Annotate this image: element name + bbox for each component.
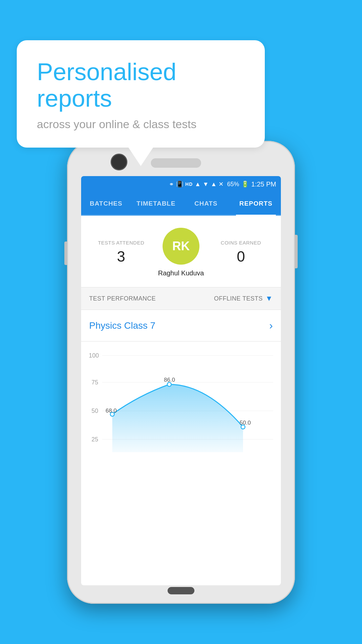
tab-chats[interactable]: CHATS xyxy=(181,192,231,215)
coins-earned-block: COINS EARNED 0 xyxy=(211,240,271,265)
phone-screen: ⚭ 📳 HD ▲ ▼ ▲ ✕ 65% 🔋 1:25 PM BATCHES xyxy=(81,176,281,585)
avatar-initials: RK xyxy=(172,239,190,253)
bubble-title: Personalised reports xyxy=(37,59,245,112)
coins-earned-label: COINS EARNED xyxy=(211,240,271,246)
coins-earned-value: 0 xyxy=(211,248,271,265)
tab-reports[interactable]: REPORTS xyxy=(231,192,281,215)
filter-label: OFFLINE TESTS xyxy=(214,295,263,302)
chart-fill-area xyxy=(112,384,243,452)
filter-dropdown[interactable]: OFFLINE TESTS ▼ xyxy=(214,294,273,303)
status-icons: ⚭ 📳 HD ▲ ▼ ▲ ✕ 65% 🔋 xyxy=(169,180,249,188)
class-name: Physics Class 7 xyxy=(89,320,156,331)
class-row[interactable]: Physics Class 7 › xyxy=(81,310,281,341)
signal-icon: ▲ xyxy=(195,181,201,188)
speech-bubble: Personalised reports across your online … xyxy=(17,40,265,148)
hd-indicator: HD xyxy=(185,181,193,187)
data-label-3: 50.0 xyxy=(240,420,251,426)
wifi-icon: ▼ xyxy=(203,181,209,188)
test-performance-label: TEST PERFORMANCE xyxy=(89,295,156,302)
tab-timetable[interactable]: TIMETABLE xyxy=(131,192,181,215)
phone-side-btn-right xyxy=(295,235,298,268)
tab-batches[interactable]: BATCHES xyxy=(81,192,131,215)
phone-body: ⚭ 📳 HD ▲ ▼ ▲ ✕ 65% 🔋 1:25 PM BATCHES xyxy=(67,141,295,604)
phone-speaker xyxy=(151,158,201,168)
tests-attended-block: TESTS ATTENDED 3 xyxy=(91,240,151,265)
data-label-2: 86.0 xyxy=(164,377,175,383)
mute-icon: ✕ xyxy=(219,180,224,188)
tests-attended-label: TESTS ATTENDED xyxy=(91,240,151,246)
y-label-25: 25 xyxy=(92,436,98,443)
y-label-100: 100 xyxy=(89,352,99,359)
status-time: 1:25 PM xyxy=(251,180,276,188)
phone-side-btn-left xyxy=(64,241,67,265)
phone-camera xyxy=(111,154,127,170)
avatar-block: RK Raghul Kuduva xyxy=(151,228,211,277)
nav-tabs: BATCHES TIMETABLE CHATS REPORTS xyxy=(81,192,281,216)
user-name: Raghul Kuduva xyxy=(158,269,204,277)
phone: ⚭ 📳 HD ▲ ▼ ▲ ✕ 65% 🔋 1:25 PM BATCHES xyxy=(67,141,295,604)
profile-section: TESTS ATTENDED 3 RK Raghul Kuduva COINS … xyxy=(81,216,281,287)
vibrate-icon: 📳 xyxy=(176,180,183,188)
avatar: RK xyxy=(163,228,199,265)
tests-attended-value: 3 xyxy=(91,248,151,265)
section-bar: TEST PERFORMANCE OFFLINE TESTS ▼ xyxy=(81,287,281,310)
bubble-subtitle: across your online & class tests xyxy=(37,118,245,131)
chevron-right-icon: › xyxy=(269,319,273,332)
status-bar: ⚭ 📳 HD ▲ ▼ ▲ ✕ 65% 🔋 1:25 PM xyxy=(81,176,281,192)
data-label-1: 68.0 xyxy=(106,408,117,414)
chart-area: 100 75 50 25 xyxy=(81,341,281,469)
bluetooth-icon: ⚭ xyxy=(169,180,174,188)
data-icon: ▲ xyxy=(211,181,217,188)
battery-icon: 🔋 xyxy=(241,180,249,188)
battery-percent: 65% xyxy=(227,181,239,188)
y-label-75: 75 xyxy=(92,379,98,386)
chevron-down-icon: ▼ xyxy=(265,294,273,303)
phone-home-button xyxy=(168,587,194,594)
y-label-50: 50 xyxy=(92,408,98,414)
performance-chart: 100 75 50 25 xyxy=(84,348,278,462)
